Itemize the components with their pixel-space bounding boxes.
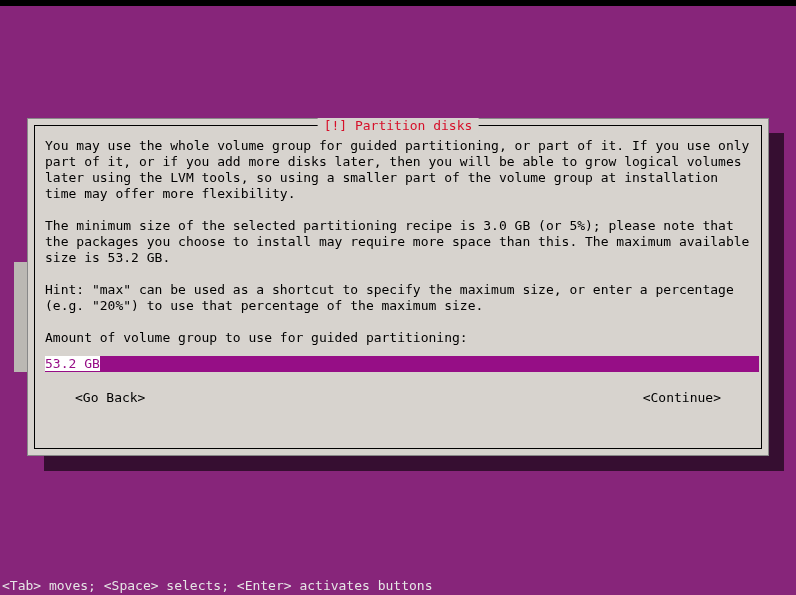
volume-size-input[interactable]: 53.2 GB — [45, 356, 759, 372]
dialog-title: [!] Partition disks — [318, 118, 479, 133]
go-back-button[interactable]: <Go Back> — [75, 390, 145, 406]
footer-hint: <Tab> moves; <Space> selects; <Enter> ac… — [2, 578, 432, 593]
dialog-side-shadow — [14, 262, 28, 372]
dialog-prompt: Amount of volume group to use for guided… — [45, 330, 751, 346]
dialog-paragraph-2: The minimum size of the selected partiti… — [45, 218, 751, 266]
dialog-paragraph-3: Hint: "max" can be used as a shortcut to… — [45, 282, 751, 314]
button-row: <Go Back> <Continue> — [45, 390, 751, 406]
partition-disks-dialog: [!] Partition disks You may use the whol… — [27, 118, 769, 456]
dialog-content: You may use the whole volume group for g… — [45, 138, 751, 438]
dialog-border: [!] Partition disks You may use the whol… — [34, 125, 762, 449]
continue-button[interactable]: <Continue> — [643, 390, 721, 406]
input-value: 53.2 GB — [45, 356, 100, 371]
dialog-paragraph-1: You may use the whole volume group for g… — [45, 138, 751, 202]
installer-screen: [!] Partition disks You may use the whol… — [0, 6, 796, 595]
